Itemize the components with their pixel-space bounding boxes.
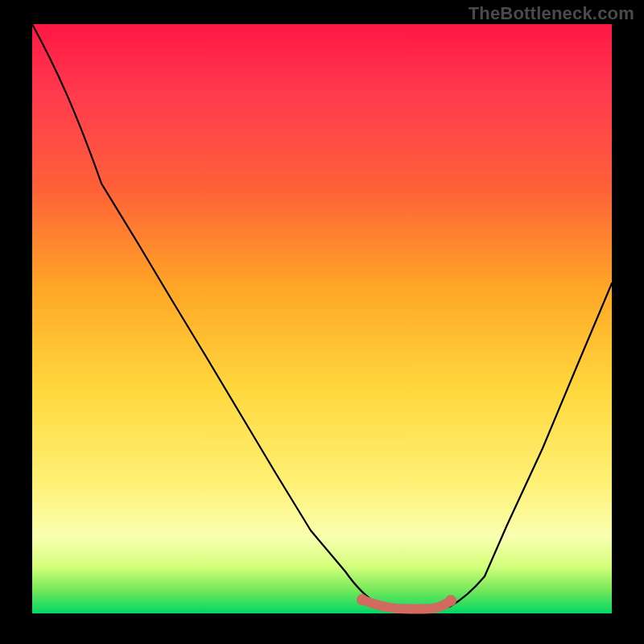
bottleneck-curve-svg (32, 24, 612, 613)
optimal-range-marker (362, 600, 451, 609)
watermark-text: TheBottleneck.com (469, 3, 634, 24)
plot-area (32, 24, 612, 613)
chart-frame: TheBottleneck.com (0, 0, 644, 644)
bottleneck-curve (32, 24, 612, 610)
optimal-range-end-dot (445, 595, 456, 606)
